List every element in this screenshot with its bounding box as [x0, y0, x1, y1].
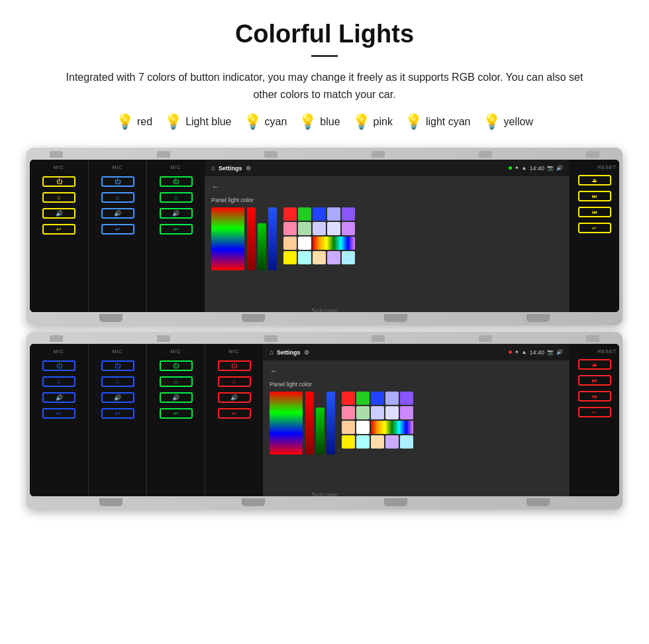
status-icons-left-2: ⌂ Settings ⚙	[270, 349, 309, 356]
connector-nub	[479, 151, 492, 158]
back-btn-lb[interactable]: ↩	[101, 224, 134, 235]
swatch2-white	[356, 421, 370, 434]
swatch2-pink	[342, 406, 355, 419]
wifi-icon: ▲	[522, 165, 527, 171]
color-swatches-1	[283, 207, 355, 270]
swatch-palblue	[327, 222, 340, 235]
color-picker-1	[211, 207, 563, 270]
home-btn-lb[interactable]: ⌂	[101, 192, 134, 203]
play-btn-1[interactable]: ⏭	[578, 191, 611, 201]
vol-btn-r[interactable]: 🔊	[218, 392, 251, 403]
back2-btn-2[interactable]: ↩	[578, 407, 611, 417]
color-swatches-2	[342, 392, 413, 455]
back-btn-green[interactable]: ↩	[160, 224, 193, 235]
bottom-connector	[99, 314, 123, 322]
v-bar-red	[247, 207, 256, 270]
car-unit-1: MIC ⏻ ⌂ 🔊 ↩ MIC ⏻ ⌂ 🔊 ↩ MIC ⏻ ⌂ 🔊 ↩	[26, 148, 623, 325]
back-btn-b1[interactable]: ↩	[42, 408, 75, 419]
side-panel-blue1: MIC ⏻ ⌂ 🔊 ↩	[30, 344, 88, 496]
prev-btn-1[interactable]: ⏮	[578, 207, 611, 217]
bulb-icon-blue: 💡	[299, 115, 317, 129]
swatch2-mauve	[385, 435, 399, 449]
bottom-connector	[99, 498, 123, 506]
settings-header-2: ←	[270, 366, 563, 376]
home-btn-b1[interactable]: ⌂	[42, 376, 75, 387]
back2-btn-1[interactable]: ↩	[578, 223, 611, 233]
home-btn-yellow[interactable]: ⌂	[42, 192, 75, 203]
settings-text-2: Settings	[277, 349, 301, 356]
home-btn-b2[interactable]: ⌂	[101, 376, 134, 387]
back-button-1[interactable]: ←	[211, 182, 220, 191]
bottom-connector	[526, 498, 550, 506]
gear-icon: ⚙	[246, 165, 251, 172]
power-btn-yellow[interactable]: ⏻	[42, 176, 75, 187]
power-btn-green[interactable]: ⏻	[160, 176, 193, 187]
swatch-cyan	[298, 251, 311, 264]
reset-label-1: RESET	[572, 165, 617, 170]
vertical-bars-2	[305, 392, 335, 455]
vol-btn-yellow[interactable]: 🔊	[42, 208, 75, 219]
bulb-icon-red: 💡	[116, 115, 134, 129]
swatch-lavender	[327, 207, 340, 221]
home-icon: ⌂	[211, 164, 215, 172]
bottom-connector	[242, 314, 265, 322]
vol-btn-lb[interactable]: 🔊	[101, 208, 134, 219]
color-label-pink: pink	[374, 116, 393, 128]
vol-btn-g2[interactable]: 🔊	[160, 392, 193, 403]
swatch2-red	[342, 392, 355, 405]
swatch2-lavender	[385, 392, 399, 405]
eject-btn-2[interactable]: ⏏	[578, 359, 611, 370]
swatch-red	[283, 207, 297, 221]
bottom-connectors-2	[30, 498, 619, 506]
speaker-icon-2: 🔊	[556, 349, 563, 355]
bottom-connector	[242, 498, 265, 506]
home-btn-green[interactable]: ⌂	[160, 192, 193, 203]
eject-btn-1[interactable]: ⏏	[578, 175, 611, 186]
bulb-icon-yellow: 💡	[483, 115, 501, 129]
color-item-cyan: 💡 cyan	[244, 115, 287, 129]
clock-display-1: 14:40	[529, 165, 544, 172]
connector-nub	[157, 335, 170, 342]
color-label-lightcyan: light cyan	[426, 116, 471, 128]
back-button-2[interactable]: ←	[270, 366, 278, 376]
right-panel-2: RESET ⏏ ⏭ ⏮ ↩	[570, 344, 619, 496]
v-bar-blue-2	[326, 392, 335, 455]
bottom-connector	[384, 314, 407, 322]
back-btn-b2[interactable]: ↩	[101, 408, 134, 419]
swatch2-sky	[400, 435, 413, 449]
header-divider	[311, 55, 338, 57]
power-btn-lb[interactable]: ⏻	[101, 176, 134, 187]
connector-nub	[586, 151, 599, 158]
home-btn-g2[interactable]: ⌂	[160, 376, 193, 387]
home-btn-r[interactable]: ⌂	[218, 376, 251, 387]
side-panel-blue2: MIC ⏻ ⌂ 🔊 ↩	[88, 344, 146, 496]
back-btn-r[interactable]: ↩	[218, 408, 251, 419]
swatch-purple	[342, 207, 355, 221]
connector-nub	[264, 335, 277, 342]
play-btn-2[interactable]: ⏭	[578, 375, 611, 386]
vol-btn-b1[interactable]: 🔊	[42, 392, 75, 403]
connector-nub	[50, 335, 63, 342]
header-section: Colorful Lights Integrated with 7 colors…	[26, 20, 623, 103]
power-btn-r[interactable]: ⏻	[218, 360, 251, 371]
status-icons-right-2: ✦ ▲ 14:40 📷 🔊	[509, 349, 563, 356]
power-btn-b2[interactable]: ⏻	[101, 360, 134, 371]
swatch-lightgreen	[298, 222, 311, 235]
color-item-yellow: 💡 yellow	[483, 115, 533, 129]
swatch2-lightgreen	[356, 406, 370, 419]
back-btn-g2[interactable]: ↩	[160, 408, 193, 419]
back-btn-yellow[interactable]: ↩	[42, 224, 75, 235]
side-panel-yellow: MIC ⏻ ⌂ 🔊 ↩	[30, 160, 88, 312]
prev-btn-2[interactable]: ⏮	[578, 391, 611, 402]
power-btn-g2[interactable]: ⏻	[160, 360, 193, 371]
vol-btn-green[interactable]: 🔊	[160, 208, 193, 219]
color-label-cyan: cyan	[265, 116, 287, 128]
side-panel-lightblue: MIC ⏻ ⌂ 🔊 ↩	[88, 160, 146, 312]
power-btn-b1[interactable]: ⏻	[42, 360, 75, 371]
vol-btn-b2[interactable]: 🔊	[101, 392, 134, 403]
screen-panel-1: ⌂ Settings ⚙ ✦ ▲ 14:40 📷 🔊	[205, 160, 570, 312]
mic-label-1: MIC	[32, 165, 85, 170]
clock-display-2: 14:40	[529, 349, 544, 356]
color-label-yellow: yellow	[504, 116, 533, 128]
connector-nub	[157, 151, 170, 158]
